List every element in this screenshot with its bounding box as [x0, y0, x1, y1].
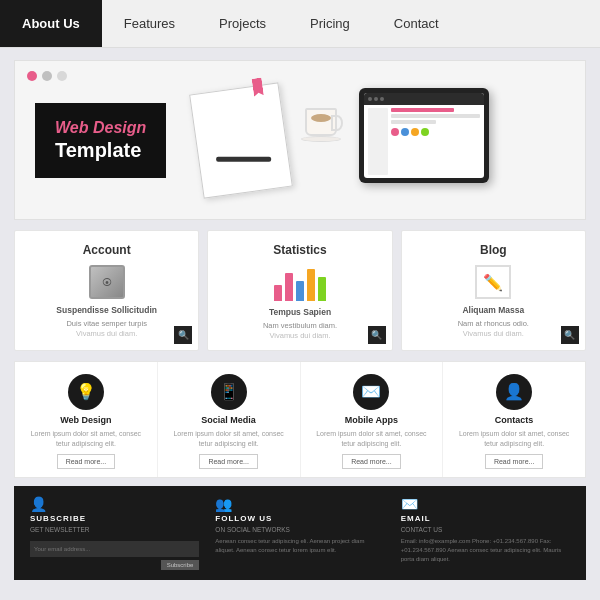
tablet-icon-1: [391, 128, 399, 136]
card-blog: Blog ✏️ Aliquam Massa Nam at rhoncus odi…: [401, 230, 586, 351]
safe-icon: [89, 265, 125, 299]
features-section: 💡 Web Design Lorem ipsum dolor sit amet,…: [14, 361, 586, 479]
notebook-bookmark: [252, 77, 264, 96]
card-blog-title: Blog: [412, 243, 575, 257]
feature-socialmedia-btn[interactable]: Read more...: [199, 454, 257, 469]
card-blog-icon-area: ✏️: [412, 265, 575, 299]
card-account-title: Account: [25, 243, 188, 257]
card-statistics: Statistics Tempus Sapien Nam vestibulum …: [207, 230, 392, 351]
nav-item-features[interactable]: Features: [102, 0, 197, 47]
tablet-icons: [391, 128, 480, 136]
tablet-bar-1: [391, 108, 453, 112]
nav-item-pricing[interactable]: Pricing: [288, 0, 372, 47]
webdesign-icon: 💡: [68, 374, 104, 410]
tablet-icon-4: [421, 128, 429, 136]
feature-contacts-desc: Lorem ipsum dolor sit amet, consec tetur…: [451, 429, 577, 449]
feature-webdesign: 💡 Web Design Lorem ipsum dolor sit amet,…: [15, 362, 158, 478]
subscribe-button[interactable]: Subscribe: [161, 560, 200, 570]
blog-pencil-icon: ✏️: [475, 265, 511, 299]
hero-section: Web Design Template: [14, 60, 586, 220]
coffee-saucer: [301, 136, 341, 142]
chart-bar-5: [318, 277, 326, 301]
feature-webdesign-desc: Lorem ipsum dolor sit amet, consec tetur…: [23, 429, 149, 449]
footer-email-title: EMAIL: [401, 514, 570, 523]
feature-contacts-title: Contacts: [495, 415, 534, 425]
feature-socialmedia-desc: Lorem ipsum dolor sit amet, consec tetur…: [166, 429, 292, 449]
nav-item-about[interactable]: About Us: [0, 0, 102, 47]
feature-mobileapps-btn[interactable]: Read more...: [342, 454, 400, 469]
card-account: Account Suspendisse Sollicitudin Duis vi…: [14, 230, 199, 351]
tablet-header: [364, 93, 484, 105]
tablet-sidebar: [368, 108, 388, 175]
footer-email-subtitle: CONTACT US: [401, 526, 570, 533]
card-blog-desc: Aliquam Massa Nam at rhoncus odio. Vivam…: [412, 305, 575, 340]
nav-item-contact[interactable]: Contact: [372, 0, 461, 47]
feature-mobileapps-desc: Lorem ipsum dolor sit amet, consec tetur…: [309, 429, 435, 449]
nav-item-projects[interactable]: Projects: [197, 0, 288, 47]
card-account-icon-area: [25, 265, 188, 299]
chart-bar-2: [285, 273, 293, 301]
hero-dots: [27, 71, 67, 81]
feature-mobileapps-title: Mobile Apps: [345, 415, 398, 425]
card-blog-search[interactable]: 🔍: [561, 326, 579, 344]
tablet-screen: [364, 93, 484, 178]
tablet-bar-3: [391, 120, 436, 124]
card-statistics-title: Statistics: [218, 243, 381, 257]
feature-webdesign-btn[interactable]: Read more...: [57, 454, 115, 469]
footer-follow-title: FOLLOW US: [215, 514, 384, 523]
socialmedia-icon: 📱: [211, 374, 247, 410]
tablet-content: [391, 108, 480, 175]
mobileapps-icon: ✉️: [353, 374, 389, 410]
hero-line2: Template: [55, 139, 146, 162]
feature-socialmedia-title: Social Media: [201, 415, 256, 425]
footer-subscribe-col: 👤 SUBSCRIBE GET NEWSLETTER Subscribe: [30, 496, 199, 570]
footer-follow-text: Aenean consec tetur adipiscing eli. Aene…: [215, 537, 384, 555]
coffee-cup: [305, 108, 337, 136]
follow-icon: 👥: [215, 496, 384, 512]
statistics-chart: [274, 265, 326, 301]
footer-subscribe-subtitle: GET NEWSLETTER: [30, 526, 199, 533]
hero-tablet-image: [359, 88, 489, 183]
dot-inactive-1: [42, 71, 52, 81]
chart-bar-4: [307, 269, 315, 301]
chart-bar-1: [274, 285, 282, 301]
feature-mobileapps: ✉️ Mobile Apps Lorem ipsum dolor sit ame…: [301, 362, 444, 478]
tablet-icon-3: [411, 128, 419, 136]
dot-inactive-2: [57, 71, 67, 81]
feature-socialmedia: 📱 Social Media Lorem ipsum dolor sit ame…: [158, 362, 301, 478]
footer-follow-col: 👥 FOLLOW US ON SOCIAL NETWORKS Aenean co…: [215, 496, 384, 555]
tablet-bar-2: [391, 114, 480, 118]
hero-line1: Web Design: [55, 119, 146, 137]
navbar: About Us Features Projects Pricing Conta…: [0, 0, 600, 48]
footer-email-col: ✉️ EMAIL CONTACT US Email: info@example.…: [401, 496, 570, 564]
hero-text-block: Web Design Template: [35, 103, 166, 178]
chart-bar-3: [296, 281, 304, 301]
subscribe-icon: 👤: [30, 496, 199, 512]
card-account-search[interactable]: 🔍: [174, 326, 192, 344]
hero-coffee-image: [301, 108, 341, 142]
feature-webdesign-title: Web Design: [60, 415, 111, 425]
email-icon: ✉️: [401, 496, 570, 512]
tablet-dot-3: [380, 97, 384, 101]
dot-active: [27, 71, 37, 81]
contacts-icon: 👤: [496, 374, 532, 410]
subscribe-input[interactable]: [30, 541, 199, 557]
card-account-desc: Suspendisse Sollicitudin Duis vitae semp…: [25, 305, 188, 340]
footer-subscribe-title: SUBSCRIBE: [30, 514, 199, 523]
cards-section: Account Suspendisse Sollicitudin Duis vi…: [14, 230, 586, 351]
card-statistics-icon-area: [218, 265, 381, 301]
footer-email-text: Email: info@example.com Phone: +01.234.5…: [401, 537, 570, 564]
hero-notebook-image: [189, 82, 293, 199]
card-statistics-search[interactable]: 🔍: [368, 326, 386, 344]
footer: 👤 SUBSCRIBE GET NEWSLETTER Subscribe 👥 F…: [14, 486, 586, 580]
tablet-icon-2: [401, 128, 409, 136]
footer-follow-subtitle: ON SOCIAL NETWORKS: [215, 526, 384, 533]
card-statistics-desc: Tempus Sapien Nam vestibulum diam. Vivam…: [218, 307, 381, 342]
tablet-body: [364, 105, 484, 178]
tablet-dot-1: [368, 97, 372, 101]
tablet-dot-2: [374, 97, 378, 101]
feature-contacts-btn[interactable]: Read more...: [485, 454, 543, 469]
feature-contacts: 👤 Contacts Lorem ipsum dolor sit amet, c…: [443, 362, 585, 478]
